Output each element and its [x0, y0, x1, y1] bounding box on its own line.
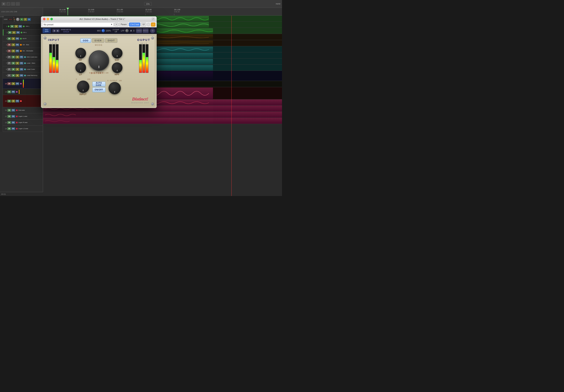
p-btn-8[interactable]: P	[7, 68, 11, 71]
solo-btn-9[interactable]: S	[15, 74, 19, 77]
fx-btn-21[interactable]: FX	[12, 109, 15, 112]
route-btn[interactable]: R	[20, 18, 23, 21]
param-button[interactable]: Param	[119, 23, 128, 27]
p-btn[interactable]: P	[24, 18, 27, 21]
input-knob[interactable]	[77, 81, 89, 93]
resize-button[interactable]: ⤢	[152, 18, 155, 20]
fx-btn-20[interactable]: FX	[15, 100, 19, 103]
mute-btn-9[interactable]: M	[12, 74, 15, 77]
mute-btn-2[interactable]: M	[8, 31, 12, 34]
plus-button[interactable]: +	[114, 23, 119, 27]
hf-knob[interactable]	[75, 48, 86, 58]
hpf-knob[interactable]	[112, 62, 123, 73]
io-button[interactable]: 2 in 2 out	[129, 23, 140, 27]
fx-btn-19[interactable]: FX	[12, 90, 15, 93]
kiive-logo: kiive audio	[42, 28, 51, 33]
clip-23[interactable]	[45, 112, 213, 118]
minimize-button[interactable]	[47, 18, 49, 20]
lf-knob[interactable]	[75, 62, 86, 73]
redo-button[interactable]: REDO	[143, 28, 148, 33]
fx-btn-3[interactable]: FX	[15, 37, 19, 40]
prev-preset-btn[interactable]: ◀	[52, 29, 56, 32]
vu-fill-r	[53, 57, 55, 73]
track-dot-8	[24, 68, 26, 70]
hf-knob-container: HF	[75, 48, 86, 61]
fx-btn-23[interactable]: FX	[12, 121, 15, 124]
fx-btn-4[interactable]: FX	[15, 43, 19, 46]
p-btn-7[interactable]: P	[7, 62, 11, 65]
maximize-button[interactable]	[50, 18, 53, 20]
lane-23[interactable]	[43, 112, 282, 118]
solo-btn-20[interactable]: S	[12, 100, 15, 103]
autogain-button[interactable]: AUTOGAIN	[92, 82, 105, 87]
mute-btn-5[interactable]: M	[7, 50, 11, 52]
fx-btn-5[interactable]: FX	[15, 50, 19, 52]
toolbar-btn-1[interactable]: D	[2, 2, 6, 6]
solo-btn-3[interactable]: S	[12, 37, 15, 40]
mute-btn-10[interactable]: M	[7, 82, 11, 85]
mute-btn-7[interactable]: M	[12, 62, 15, 65]
fx-btn-22[interactable]: FX	[12, 115, 15, 118]
fx-btn-2[interactable]: FX	[16, 31, 20, 34]
preset-dropdown[interactable]: No preset ▾	[42, 23, 114, 27]
w-btn[interactable]: W	[28, 18, 31, 21]
undo-button[interactable]: UNDO	[136, 28, 142, 33]
close-button[interactable]	[43, 18, 45, 20]
solo-btn-5[interactable]: S	[12, 50, 15, 52]
next-preset-btn[interactable]: ▶	[56, 29, 59, 32]
fx-btn-7[interactable]: FX	[20, 62, 23, 65]
p-btn-6[interactable]: P	[7, 56, 11, 58]
toolbar-btn-2[interactable]: ⬛	[6, 2, 11, 6]
lpf-knob[interactable]	[125, 29, 129, 32]
mute-btn-23[interactable]: M	[7, 121, 11, 124]
mute-btn-21[interactable]: M	[7, 109, 11, 112]
mode-odd-btn[interactable]: ODD	[80, 38, 91, 43]
settings-icon[interactable]: ⚙	[150, 28, 155, 33]
mode-even-btn[interactable]: EVEN	[92, 38, 104, 43]
p-btn-9[interactable]: P	[7, 74, 11, 77]
onoff-button[interactable]: ON/OFF	[92, 87, 105, 92]
fx-btn-10[interactable]: FX	[15, 82, 19, 85]
solo-btn-1[interactable]: S	[14, 25, 18, 28]
mute-btn-19[interactable]: M	[7, 90, 11, 93]
toolbar-btn-4[interactable]	[16, 2, 20, 6]
ui-button[interactable]: UI	[141, 23, 146, 27]
top-toolbar: D ⬛ 10s none	[0, 0, 282, 8]
mute-btn-8[interactable]: M	[12, 68, 15, 71]
mute-btn-3[interactable]: M	[7, 37, 11, 40]
nav-lpf: LPF	[121, 29, 129, 32]
sat-knob[interactable]	[112, 48, 123, 58]
output-knob[interactable]	[109, 82, 121, 94]
ab-a-btn[interactable]: A	[130, 29, 132, 32]
fx-btn-9[interactable]: FX	[20, 74, 23, 77]
mute-btn-1[interactable]: M	[10, 25, 14, 28]
master-knob[interactable]	[16, 18, 20, 21]
orange-btn[interactable]: ✓	[151, 23, 155, 27]
mute-btn-4[interactable]: M	[7, 43, 11, 46]
toolbar-btn-3[interactable]	[11, 2, 15, 6]
mute-btn-22[interactable]: M	[7, 115, 11, 118]
solo-btn-6[interactable]: S	[15, 56, 19, 58]
ab-b-btn[interactable]: B	[133, 29, 135, 32]
mix-knob[interactable]	[102, 29, 105, 32]
playhead-arrow	[67, 8, 69, 10]
mode-digit-btn[interactable]: DIGIT	[105, 38, 117, 43]
lane-24[interactable]	[43, 118, 282, 124]
track-dot-10	[20, 83, 22, 84]
solo-btn-2[interactable]: S	[12, 31, 16, 34]
solo-btn-4[interactable]: S	[12, 43, 15, 46]
clip-24[interactable]	[45, 118, 213, 124]
fx-btn-1[interactable]: FX	[18, 25, 22, 28]
solo-btn-10[interactable]: S	[12, 82, 15, 85]
fx-btn-24[interactable]: FX	[12, 127, 15, 130]
vu-fill-out-r	[146, 57, 148, 73]
fx-btn-8[interactable]: FX	[20, 68, 23, 71]
solo-btn-7[interactable]: S	[15, 62, 19, 65]
mute-btn-24[interactable]: M	[7, 127, 11, 130]
distort-knob[interactable]	[89, 50, 109, 71]
mute-btn-6[interactable]: M	[12, 56, 15, 58]
settings-circle-btn[interactable]	[147, 23, 150, 26]
solo-btn-8[interactable]: S	[15, 68, 19, 71]
fx-btn-6[interactable]: FX	[20, 56, 23, 58]
mute-btn-20[interactable]: M	[7, 100, 11, 103]
